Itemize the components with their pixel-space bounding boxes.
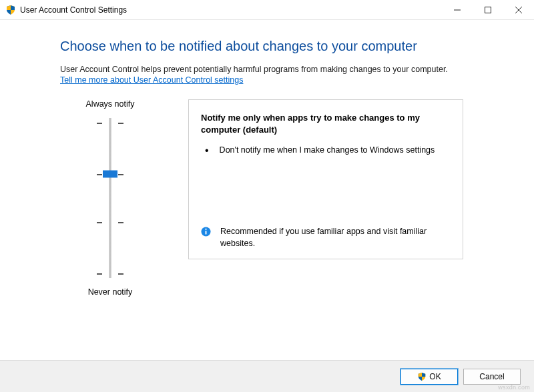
- uac-shield-icon: [5, 5, 16, 15]
- window-title: User Account Control Settings: [20, 5, 127, 15]
- cancel-button[interactable]: Cancel: [463, 369, 521, 385]
- slider-tick: [97, 273, 102, 275]
- panel-bullet-text: Don't notify me when I make changes to W…: [220, 145, 435, 157]
- maximize-button[interactable]: [473, 0, 503, 20]
- slider-tick: [118, 273, 123, 275]
- ok-button-label: OK: [429, 372, 441, 381]
- info-panel: Notify me only when apps try to make cha…: [188, 99, 463, 259]
- slider-tick: [97, 222, 102, 223]
- content-area: Choose when to be notified about changes…: [0, 20, 534, 360]
- learn-more-link[interactable]: Tell me more about User Account Control …: [60, 75, 243, 85]
- slider-tick: [118, 123, 123, 124]
- panel-title: Notify me only when apps try to make cha…: [201, 112, 451, 135]
- uac-shield-icon: [417, 372, 427, 381]
- svg-point-6: [205, 229, 206, 230]
- title-bar: User Account Control Settings: [0, 0, 534, 20]
- slider-tick: [118, 174, 123, 175]
- slider-tick: [97, 174, 102, 175]
- minimize-button[interactable]: [442, 0, 473, 20]
- button-bar: OK Cancel: [0, 360, 534, 392]
- slider-track-line: [109, 118, 111, 278]
- svg-rect-5: [206, 231, 207, 235]
- watermark: wsxdn.com: [498, 384, 530, 391]
- panel-bullet: Don't notify me when I make changes to W…: [205, 145, 451, 157]
- panel-footer: Recommended if you use familiar apps and…: [201, 226, 451, 249]
- slider-label-always: Always notify: [86, 99, 135, 109]
- page-heading: Choose when to be notified about changes…: [60, 39, 534, 54]
- slider-label-never: Never notify: [88, 287, 133, 297]
- page-description: User Account Control helps prevent poten…: [60, 65, 534, 74]
- slider-column: Always notify Never notify: [60, 99, 160, 297]
- close-button[interactable]: [503, 0, 534, 20]
- cancel-button-label: Cancel: [479, 372, 504, 381]
- info-icon: [201, 227, 211, 237]
- svg-rect-1: [485, 7, 491, 13]
- notification-slider[interactable]: [90, 118, 130, 278]
- ok-button[interactable]: OK: [400, 369, 458, 385]
- slider-tick: [118, 222, 123, 223]
- slider-tick: [97, 123, 102, 124]
- slider-thumb[interactable]: [103, 171, 117, 178]
- panel-footer-text: Recommended if you use familiar apps and…: [220, 226, 451, 249]
- panel-bullet-list: Don't notify me when I make changes to W…: [205, 145, 451, 226]
